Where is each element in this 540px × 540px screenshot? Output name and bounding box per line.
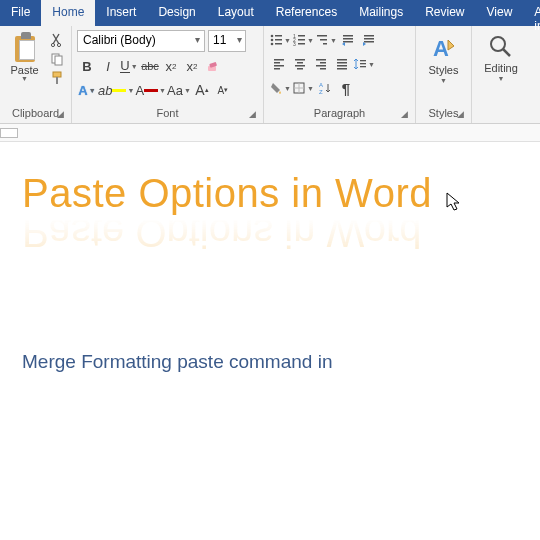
multilevel-list-button[interactable]: ▼: [315, 30, 337, 50]
svg-point-54: [491, 37, 505, 51]
svg-rect-44: [337, 68, 347, 70]
group-paragraph: ▼ 123▼ ▼ ▼ ▼ ▼ AZ ¶ Paragraph ◢: [264, 26, 416, 123]
svg-rect-26: [364, 35, 374, 37]
svg-rect-5: [56, 77, 58, 84]
font-size-combo[interactable]: 11: [208, 30, 246, 52]
document-area[interactable]: Paste Options in Word Paste Options in W…: [0, 142, 540, 403]
clear-formatting-button[interactable]: [203, 56, 223, 76]
borders-button[interactable]: ▼: [292, 78, 314, 98]
cut-button[interactable]: [48, 32, 66, 48]
subscript-button[interactable]: x2: [161, 56, 181, 76]
document-body-text: Merge Formatting paste command in: [22, 351, 518, 373]
align-right-button[interactable]: [311, 54, 331, 74]
tab-addins[interactable]: Add-ins: [523, 0, 540, 26]
show-marks-button[interactable]: ¶: [336, 78, 356, 98]
highlight-button[interactable]: ab▼: [98, 80, 134, 100]
svg-rect-45: [360, 60, 366, 61]
tab-design[interactable]: Design: [147, 0, 206, 26]
group-clipboard: Paste ▼ Clipboard ◢: [0, 26, 72, 123]
font-name-combo[interactable]: Calibri (Body): [77, 30, 205, 52]
dialog-launcher-icon[interactable]: ◢: [401, 109, 408, 119]
editing-button[interactable]: Editing ▼: [477, 30, 525, 82]
grow-font-button[interactable]: A▴: [192, 80, 212, 100]
svg-line-55: [503, 49, 510, 56]
tab-layout[interactable]: Layout: [207, 0, 265, 26]
dialog-launcher-icon[interactable]: ◢: [457, 109, 464, 119]
ruler-corner: [0, 128, 18, 138]
tab-review[interactable]: Review: [414, 0, 475, 26]
svg-text:Z: Z: [319, 89, 323, 95]
svg-rect-4: [53, 72, 61, 77]
line-spacing-button[interactable]: ▼: [353, 54, 375, 74]
text-effects-button[interactable]: A▼: [77, 80, 97, 100]
italic-button[interactable]: I: [98, 56, 118, 76]
tab-home[interactable]: Home: [41, 0, 95, 26]
decrease-indent-button[interactable]: [338, 30, 358, 50]
justify-button[interactable]: [332, 54, 352, 74]
document-title: Paste Options in Word: [22, 172, 518, 214]
svg-rect-22: [323, 43, 327, 45]
copy-button[interactable]: [48, 51, 66, 67]
svg-rect-42: [337, 62, 347, 64]
bold-button[interactable]: B: [77, 56, 97, 76]
svg-rect-43: [337, 65, 347, 67]
change-case-button[interactable]: Aa▼: [167, 80, 191, 100]
format-painter-button[interactable]: [48, 70, 66, 86]
tab-mailings[interactable]: Mailings: [348, 0, 414, 26]
svg-rect-34: [297, 62, 303, 64]
bullets-button[interactable]: ▼: [269, 30, 291, 50]
tab-view[interactable]: View: [476, 0, 524, 26]
svg-rect-21: [320, 39, 327, 41]
svg-rect-29: [274, 59, 284, 61]
group-label-clipboard: Clipboard ◢: [5, 107, 66, 121]
menu-tabs: File Home Insert Design Layout Reference…: [0, 0, 540, 26]
find-icon: [488, 34, 514, 60]
chevron-down-icon: ▼: [440, 77, 447, 84]
numbering-button[interactable]: 123▼: [292, 30, 314, 50]
tab-references[interactable]: References: [265, 0, 348, 26]
svg-rect-15: [298, 35, 305, 37]
tab-insert[interactable]: Insert: [95, 0, 147, 26]
align-center-button[interactable]: [290, 54, 310, 74]
strikethrough-button[interactable]: abc: [140, 56, 160, 76]
chevron-down-icon[interactable]: ▼: [21, 75, 28, 82]
paste-icon: [11, 32, 39, 62]
svg-text:A: A: [319, 82, 323, 88]
dialog-launcher-icon[interactable]: ◢: [249, 109, 256, 119]
svg-rect-24: [343, 38, 353, 40]
shading-button[interactable]: ▼: [269, 78, 291, 98]
align-left-button[interactable]: [269, 54, 289, 74]
group-editing: Editing ▼: [472, 26, 530, 123]
shrink-font-button[interactable]: A▾: [213, 80, 233, 100]
svg-rect-23: [343, 35, 353, 37]
superscript-button[interactable]: x2: [182, 56, 202, 76]
svg-point-1: [57, 43, 60, 46]
group-label-styles: Styles ◢: [421, 107, 466, 121]
font-color-button[interactable]: A▼: [135, 80, 166, 100]
ruler: [0, 124, 540, 142]
paste-button[interactable]: Paste ▼: [5, 32, 44, 86]
group-label-paragraph: Paragraph ◢: [269, 107, 410, 121]
tab-file[interactable]: File: [0, 0, 41, 26]
underline-button[interactable]: U▼: [119, 56, 139, 76]
group-font: Calibri (Body) 11 B I U▼ abc x2 x2 A▼ ab…: [72, 26, 264, 123]
dialog-launcher-icon[interactable]: ◢: [57, 109, 64, 119]
svg-rect-32: [274, 68, 280, 70]
styles-icon: A: [430, 34, 458, 62]
svg-text:A: A: [433, 36, 449, 61]
title-reflection: Paste Options in Word: [22, 210, 518, 255]
svg-rect-33: [295, 59, 305, 61]
svg-point-12: [271, 43, 274, 46]
svg-rect-31: [274, 65, 284, 67]
svg-rect-35: [295, 65, 305, 67]
styles-button[interactable]: A Styles ▼: [421, 30, 466, 84]
editing-label: Editing: [484, 62, 518, 74]
svg-point-0: [51, 43, 54, 46]
increase-indent-button[interactable]: [359, 30, 379, 50]
svg-rect-30: [274, 62, 280, 64]
svg-rect-9: [275, 35, 282, 37]
svg-rect-40: [320, 68, 326, 70]
svg-rect-28: [364, 41, 374, 43]
svg-text:3: 3: [293, 41, 296, 47]
sort-button[interactable]: AZ: [315, 78, 335, 98]
